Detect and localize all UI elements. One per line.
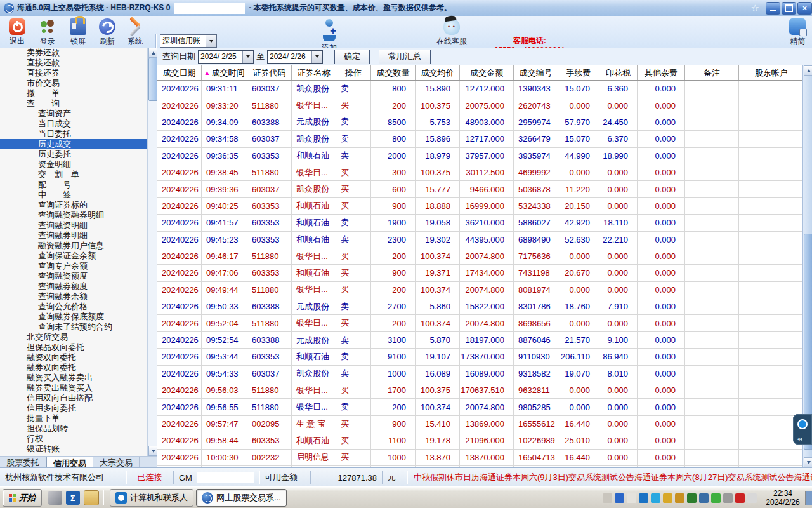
sidebar-item[interactable]: 卖券还款 [0,48,147,58]
audio-device-icon[interactable] [675,493,684,503]
table-row[interactable]: 2024022609:50:33603388元成股份卖27005.8601582… [157,298,804,315]
sidebar-item[interactable]: 查询资产 [0,109,147,119]
sidebar-item[interactable]: 撤 单 [0,88,147,98]
sidebar-item[interactable]: 担保品双向委托 [0,342,147,352]
column-header[interactable]: 成交编号 [514,65,558,80]
table-row[interactable]: 2024022609:58:44603353和顺石油买110019.178210… [157,432,804,449]
maximize-button[interactable] [782,2,796,15]
login-button[interactable]: 登录 [33,18,62,47]
network-icon[interactable] [723,493,733,503]
table-row[interactable]: 2024022609:39:36603037凯众股份买60015.7779466… [157,181,804,197]
sidebar-item[interactable]: 查询证券标的 [0,200,147,210]
column-header[interactable]: 成交数量 [371,65,416,80]
sidebar-item[interactable]: 查询融资融券明细 [0,210,147,220]
table-row[interactable]: 2024022609:54:33603037凯众股份卖100016.089160… [157,366,804,382]
column-header[interactable]: 证券代码 [247,65,292,80]
table-row[interactable]: 2024022609:31:11603037凯众股份卖80015.8901271… [157,81,804,97]
sidebar-item[interactable]: 查询公允价格 [0,302,147,312]
sidebar-item[interactable]: 当日成交 [0,119,147,129]
table-row[interactable]: 2024022609:52:54603388元成股份卖31005.8701819… [157,332,804,349]
teamviewer-side-tab[interactable] [793,414,812,444]
table-row[interactable]: 2024022609:34:58603037凯众股份卖80015.8961271… [157,131,804,147]
sidebar-item[interactable]: 融券卖出融资买入 [0,383,147,393]
sidebar-item[interactable]: 历史委托 [0,149,147,159]
sidebar-item[interactable]: 批量下单 [0,413,147,424]
show-desktop-icon[interactable] [805,491,812,505]
sidebar-item[interactable]: 融资融券用户信息 [0,241,147,251]
table-row[interactable]: 2024022609:41:57603353和顺石油卖190019.058362… [157,215,804,231]
table-row[interactable]: 2024022609:38:45511880银华日...买300100.3753… [157,164,804,181]
table-row[interactable]: 2024022609:36:35603353和顺石油卖200018.979379… [157,148,804,164]
table-scrollbar[interactable] [802,65,812,467]
refresh-button[interactable]: 刷新 [93,18,122,47]
sidebar-item[interactable]: 信用多向委托 [0,403,147,413]
lock-screen-button[interactable]: 锁屏 [63,18,93,47]
sidebar-item[interactable]: 查 询 [0,98,147,109]
taskbar-window-teamviewer[interactable]: 计算机和联系人 [110,489,193,507]
column-header[interactable]: ▲成交时间 [202,65,247,80]
tools-quicklaunch-icon[interactable] [48,491,62,505]
folder-quicklaunch-icon[interactable] [84,490,99,505]
close-button[interactable]: × [797,2,812,15]
printer-icon[interactable] [603,493,612,503]
column-header[interactable]: 操作 [336,65,371,80]
chevron-down-icon[interactable] [311,51,322,63]
date-from-select[interactable]: 2024/ 2/25 [198,50,254,64]
column-header[interactable]: 其他杂费 [638,65,685,80]
sidebar-item[interactable]: 查询融资明细 [0,220,147,231]
sidebar-item[interactable]: 行权 [0,434,147,444]
sidebar-item[interactable]: 市价交易 [0,78,147,88]
sidebar-item[interactable]: 银证转账 [0,444,147,454]
column-header[interactable]: 股东帐户 [739,65,804,80]
help-icon[interactable] [615,493,624,503]
taskbar-window-trading[interactable]: 网上股票交易系... [196,489,287,507]
antivirus-shield-icon[interactable] [711,493,721,503]
table-row[interactable]: 2024022609:33:20511880银华日...买200100.3752… [157,97,804,114]
sidebar-item[interactable]: 融资双向委托 [0,352,147,363]
sidebar-item[interactable]: 交 割 单 [0,170,147,180]
column-header[interactable]: 成交均价 [416,65,460,80]
account-type-select[interactable]: 深圳信用账 [160,34,217,48]
table-row[interactable]: 2024022609:49:44511880银华日...买200100.3742… [157,282,804,298]
table-row[interactable]: 2024022609:56:55511880银华日...卖200100.3742… [157,399,804,415]
taskbar-clock[interactable]: 22:34 2024/2/26 [763,489,802,507]
sidebar-item[interactable]: 直接还券 [0,68,147,78]
sidebar-item[interactable]: 查询融券额度 [0,281,147,291]
column-header[interactable]: 成交金额 [460,65,514,80]
sidebar-item[interactable]: 融券双向委托 [0,363,147,373]
favorite-star-icon[interactable]: ☆ [751,3,759,14]
sidebar-item[interactable]: 查询融资额度 [0,271,147,281]
date-to-select[interactable]: 2024/ 2/26 [267,50,323,64]
sidebar-scroll-thumb[interactable] [148,58,158,101]
start-button[interactable]: 开始 [3,489,42,507]
ime-flag-icon[interactable] [747,493,757,503]
common-summary-button[interactable]: 常用汇总 [379,50,431,64]
sidebar-item[interactable]: 查询融券余额 [0,291,147,302]
table-row[interactable]: 2024022609:47:06603353和顺石油买90019.3711743… [157,265,804,281]
collapse-arrows-icon[interactable] [627,493,636,503]
sidebar-item[interactable]: 信用双向自由搭配 [0,393,147,403]
table-row[interactable]: 2024022610:00:30002232启明信息买100013.870138… [157,450,804,466]
sidebar-item[interactable]: 历史成交 [0,139,147,149]
sidebar-item[interactable]: 查询专户余额 [0,261,147,271]
scroll-down-icon[interactable] [804,457,812,467]
sidebar-item[interactable]: 北交所交易 [0,332,147,342]
table-row[interactable]: 2024022609:57:47002095生 意 宝买90015.410138… [157,416,804,432]
table-row[interactable]: 2024022609:52:04511880银华日...买200100.3742… [157,315,804,331]
messenger-icon[interactable] [651,493,660,503]
simplify-button[interactable]: 精简 [783,18,812,47]
sidebar-item[interactable]: 资金明细 [0,159,147,170]
scroll-up-icon[interactable] [148,48,158,58]
sidebar-item[interactable]: 查询融券保底额度 [0,312,147,322]
powershell-quicklaunch-icon[interactable]: Σ [66,491,80,505]
column-header[interactable]: 备注 [685,65,739,80]
sidebar-item[interactable]: 配 号 [0,180,147,190]
minimize-button[interactable] [766,2,780,15]
sidebar-scrollbar[interactable] [147,48,157,456]
table-row[interactable]: 2024022609:56:03511880银华日...买1700100.375… [157,382,804,399]
error-icon[interactable] [735,493,745,503]
table-row[interactable]: 2024022609:34:09603388元成股份卖85005.7534890… [157,114,804,131]
column-header[interactable]: 证券名称 [292,65,336,80]
speaker-icon[interactable] [663,493,672,503]
online-service-button[interactable]: 在线客服 [433,18,471,47]
